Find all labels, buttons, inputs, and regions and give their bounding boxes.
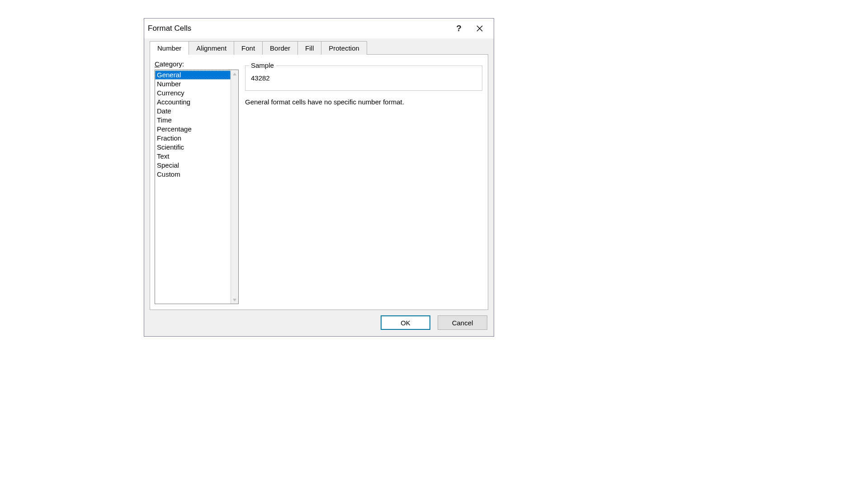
titlebar: Format Cells ?	[144, 19, 494, 38]
tab-fill[interactable]: Fill	[297, 41, 321, 55]
svg-marker-2	[233, 73, 236, 75]
category-listbox[interactable]: GeneralNumberCurrencyAccountingDateTimeP…	[155, 70, 239, 304]
category-item-date[interactable]: Date	[155, 107, 231, 116]
scroll-down-icon[interactable]	[231, 296, 238, 304]
format-description: General format cells have no specific nu…	[245, 98, 482, 106]
tab-content-number: Category: GeneralNumberCurrencyAccountin…	[150, 55, 488, 310]
dialog-buttons: OK Cancel	[144, 310, 494, 336]
sample-value: 43282	[251, 74, 477, 82]
category-item-accounting[interactable]: Accounting	[155, 98, 231, 107]
tab-number[interactable]: Number	[150, 41, 189, 55]
tab-alignment[interactable]: Alignment	[189, 41, 234, 55]
sample-label: Sample	[249, 61, 276, 69]
category-item-custom[interactable]: Custom	[155, 170, 231, 179]
dialog-title: Format Cells	[148, 24, 448, 33]
category-item-scientific[interactable]: Scientific	[155, 143, 231, 152]
category-item-special[interactable]: Special	[155, 161, 231, 170]
sample-box: Sample 43282	[245, 66, 482, 91]
tabs: NumberAlignmentFontBorderFillProtection	[144, 41, 494, 55]
category-item-general[interactable]: General	[155, 70, 231, 80]
category-item-percentage[interactable]: Percentage	[155, 125, 231, 134]
category-item-currency[interactable]: Currency	[155, 89, 231, 98]
tab-border[interactable]: Border	[262, 41, 298, 55]
scroll-up-icon[interactable]	[231, 70, 238, 78]
category-section: Category: GeneralNumberCurrencyAccountin…	[155, 60, 239, 304]
ok-button[interactable]: OK	[381, 315, 430, 330]
format-cells-dialog: Format Cells ? NumberAlignmentFontBorder…	[144, 18, 494, 337]
details-section: Sample 43282 General format cells have n…	[245, 60, 482, 304]
category-item-fraction[interactable]: Fraction	[155, 134, 231, 143]
tab-protection[interactable]: Protection	[321, 41, 367, 55]
category-item-number[interactable]: Number	[155, 80, 231, 89]
category-item-text[interactable]: Text	[155, 152, 231, 161]
category-label: Category:	[155, 60, 239, 68]
svg-marker-3	[233, 299, 236, 301]
cancel-button[interactable]: Cancel	[438, 315, 487, 330]
close-icon[interactable]	[469, 19, 490, 38]
help-icon[interactable]: ?	[448, 19, 469, 38]
listbox-scrollbar[interactable]	[231, 70, 238, 304]
tab-font[interactable]: Font	[234, 41, 263, 55]
category-item-time[interactable]: Time	[155, 116, 231, 125]
category-items: GeneralNumberCurrencyAccountingDateTimeP…	[155, 70, 231, 304]
